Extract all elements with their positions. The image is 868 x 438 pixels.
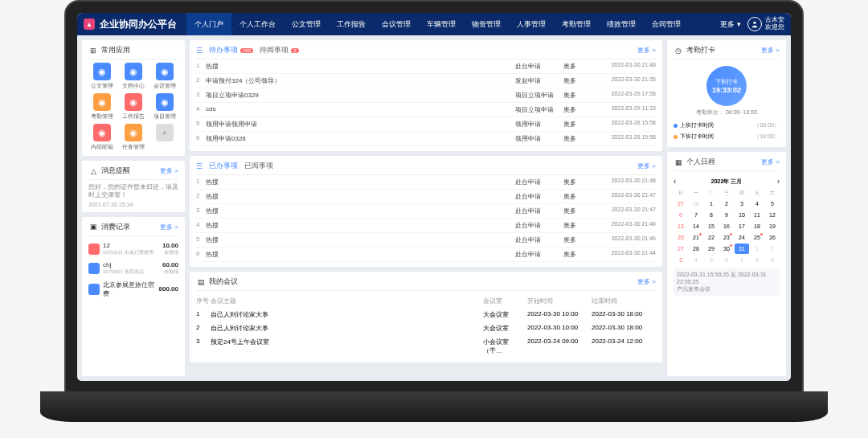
- user-area[interactable]: 古木安欢迎您: [747, 17, 784, 31]
- calendar-event[interactable]: 2022-03-31 15:50:25 至 2022-03-31 22:50:2…: [674, 268, 780, 296]
- nav-item[interactable]: 绩效管理: [599, 13, 644, 35]
- top-header: ▲ 企业协同办公平台 个人门户个人工作台公文管理工作报告会议管理车辆管理物资管理…: [77, 13, 791, 35]
- calendar-day[interactable]: 18: [750, 221, 764, 231]
- calendar-day[interactable]: 4: [750, 199, 764, 209]
- calendar-day[interactable]: 5: [704, 255, 719, 265]
- app-item[interactable]: ◉内部邮箱: [88, 124, 117, 151]
- calendar-day[interactable]: 9: [719, 210, 734, 220]
- table-row[interactable]: 5领用申请领用申请领用申请奥多2022-03-28 15:58: [196, 117, 656, 132]
- table-row[interactable]: 2热搜赴台申请奥多2022-03-30 21:47: [196, 190, 656, 204]
- tab-read[interactable]: 已阅事项: [244, 161, 273, 171]
- nav-item[interactable]: 人事管理: [509, 13, 554, 35]
- calendar-day[interactable]: 16: [719, 221, 734, 231]
- clock-more[interactable]: 更多 >: [761, 46, 780, 55]
- meeting-more[interactable]: 更多 >: [637, 277, 656, 286]
- table-row[interactable]: 6热搜赴台申请奥多2022-03-30 21:44: [196, 248, 656, 262]
- clock-button[interactable]: 下班打卡19:33:02: [706, 66, 747, 106]
- expense-more[interactable]: 更多 >: [160, 223, 178, 231]
- calendar-day[interactable]: 24: [735, 232, 749, 243]
- todo-more[interactable]: 更多 >: [637, 46, 656, 55]
- cal-more[interactable]: 更多 >: [761, 158, 780, 166]
- calendar-day[interactable]: 27: [674, 199, 688, 209]
- nav-item[interactable]: 工作报告: [329, 13, 374, 35]
- calendar-day[interactable]: 17: [735, 221, 749, 231]
- table-row[interactable]: 4cds项目立项申请奥多2022-03-29 11:33: [196, 103, 656, 117]
- todo-card: ☰ 待办事项150 待阅事项2 更多 > 1热搜赴台申请奥多2022-03-30…: [190, 40, 662, 151]
- app-item[interactable]: ◉文档中心: [120, 63, 148, 90]
- meeting-row[interactable]: 1自己人到讨论家大事大会议室2022-03-30 10:002022-03-30…: [196, 308, 656, 321]
- table-row[interactable]: 2申请预付324（公司领导）发起申请奥多2022-03-30 21:35: [196, 74, 656, 88]
- calendar-day[interactable]: 28: [689, 244, 703, 254]
- calendar-day[interactable]: 14: [689, 221, 703, 231]
- calendar-day[interactable]: 3: [735, 199, 749, 209]
- nav-item[interactable]: 会议管理: [374, 13, 419, 35]
- table-row[interactable]: 1热搜赴台申请奥多2022-03-30 21:48: [196, 175, 656, 190]
- calendar-day[interactable]: 31: [735, 244, 749, 254]
- table-row[interactable]: 3项目立项申请0329项目立项申请奥多2022-03-29 17:58: [196, 88, 656, 103]
- notice-more[interactable]: 更多 >: [160, 166, 178, 175]
- calendar-day[interactable]: 22: [704, 232, 719, 243]
- app-item[interactable]: +: [150, 124, 178, 151]
- nav-item[interactable]: 合同管理: [644, 13, 689, 35]
- calendar-day[interactable]: 29: [704, 244, 719, 254]
- cal-next[interactable]: ›: [777, 177, 780, 186]
- app-item[interactable]: ◉工作报告: [120, 93, 148, 121]
- calendar-day[interactable]: 23: [719, 232, 734, 243]
- app-item[interactable]: ◉任务管理: [120, 124, 148, 151]
- bell-icon: △: [88, 166, 98, 176]
- app-item[interactable]: ◉项目管理: [150, 93, 178, 121]
- calendar-day[interactable]: 7: [735, 255, 749, 265]
- nav-item[interactable]: 个人门户: [186, 13, 231, 35]
- calendar-day[interactable]: 3: [674, 255, 688, 265]
- app-item[interactable]: ◉考勤管理: [88, 93, 117, 121]
- cal-prev[interactable]: ‹: [674, 177, 676, 186]
- nav-item[interactable]: 车辆管理: [419, 13, 464, 35]
- calendar-day[interactable]: 20: [674, 232, 688, 243]
- table-row[interactable]: 4热搜赴台申请奥多2022-03-30 21:46: [196, 219, 656, 233]
- calendar-day[interactable]: 26: [765, 232, 780, 243]
- calendar-day[interactable]: 10: [735, 210, 749, 220]
- calendar-day[interactable]: 4: [689, 255, 703, 265]
- calendar-day[interactable]: 19: [765, 221, 780, 231]
- tab-done[interactable]: 已办事项: [209, 161, 238, 171]
- calendar-day[interactable]: 1: [704, 199, 719, 209]
- calendar-day[interactable]: 8: [704, 210, 719, 220]
- table-row[interactable]: 5热搜赴台申请奥多2022-03-30 21:46: [196, 233, 656, 248]
- meeting-row[interactable]: 2自己人到讨论家大事大会议室2022-03-30 10:002022-03-30…: [196, 321, 656, 335]
- calendar-day[interactable]: 7: [689, 210, 703, 220]
- nav-item[interactable]: 考勤管理: [554, 13, 599, 35]
- table-row[interactable]: 1热搜赴台申请奥多2022-03-30 21:48: [196, 59, 656, 74]
- expense-item[interactable]: 1203月01日 出差订票费用10.00未报销: [88, 239, 178, 259]
- calendar-day[interactable]: 25: [750, 232, 764, 243]
- done-more[interactable]: 更多 >: [637, 162, 656, 170]
- calendar-day[interactable]: 28: [689, 199, 703, 209]
- app-item[interactable]: ◉公文管理: [88, 63, 117, 90]
- table-row[interactable]: 6领用申请0328领用申请奥多2022-03-28 15:58: [196, 132, 656, 146]
- calendar-day[interactable]: 9: [765, 255, 780, 265]
- app-item[interactable]: ◉会议管理: [150, 63, 178, 90]
- calendar-day[interactable]: 1: [750, 244, 764, 254]
- calendar-day[interactable]: 2: [765, 244, 780, 254]
- nav-item[interactable]: 物资管理: [464, 13, 509, 35]
- table-row[interactable]: 3热搜赴台申请奥多2022-03-30 21:47: [196, 204, 656, 219]
- nav-item[interactable]: 公文管理: [284, 13, 329, 35]
- calendar-day[interactable]: 8: [750, 255, 764, 265]
- meeting-row[interactable]: 3预定24号上午会议室小会议室（干…2022-03-24 09:002022-0…: [196, 335, 656, 358]
- calendar-day[interactable]: 30: [719, 244, 734, 254]
- calendar-day[interactable]: 15: [704, 221, 719, 231]
- calendar-day[interactable]: 11: [750, 210, 764, 220]
- calendar-day[interactable]: 27: [674, 244, 688, 254]
- tab-todo[interactable]: 待办事项150: [209, 45, 253, 55]
- calendar-day[interactable]: 5: [765, 199, 780, 209]
- calendar-day[interactable]: 6: [719, 255, 734, 265]
- expense-item[interactable]: chj10月09日 购买商品60.00未报销: [88, 259, 178, 278]
- calendar-day[interactable]: 21: [689, 232, 703, 243]
- tab-toread[interactable]: 待阅事项2: [260, 45, 299, 55]
- calendar-day[interactable]: 13: [674, 221, 688, 231]
- nav-more[interactable]: 更多 ▾: [720, 19, 741, 30]
- nav-item[interactable]: 个人工作台: [231, 13, 284, 35]
- expense-item[interactable]: 北京参展差旅住宿费800.00: [88, 278, 178, 301]
- calendar-day[interactable]: 2: [719, 199, 734, 209]
- calendar-day[interactable]: 12: [765, 210, 780, 220]
- calendar-day[interactable]: 6: [674, 210, 688, 220]
